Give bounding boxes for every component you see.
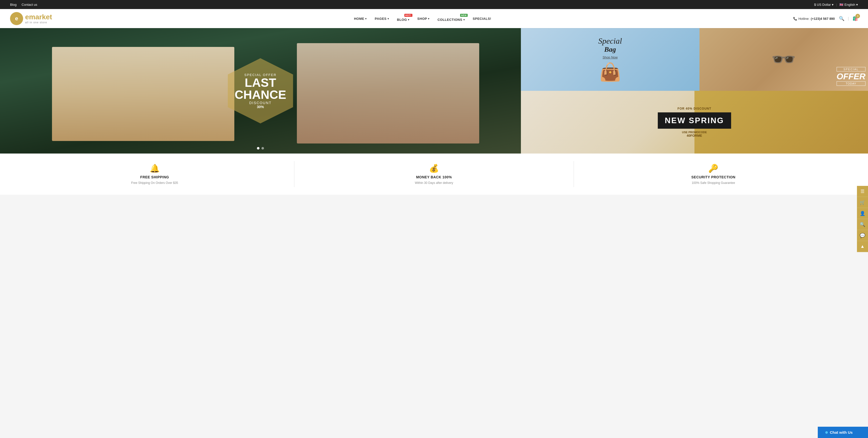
glasses-banner[interactable]: 🕶️ SPECIAL OFFER TODAY [700, 28, 868, 91]
bag-banner[interactable]: Special Bag Shop Now 👜 [521, 28, 700, 91]
spring-title: NEW SPRING [665, 116, 724, 125]
logo-text: emarket all in one store [25, 13, 52, 24]
banner-title-line2: CHANCE [235, 89, 286, 101]
feature-shipping: 🔔 FREE SHIPPING Free Shipping On Orders … [15, 161, 294, 187]
features-bar: 🔔 FREE SHIPPING Free Shipping On Orders … [0, 154, 868, 195]
main-banner: SPECIAL OFFER LAST CHANCE DISCOUNT 30% [0, 28, 521, 154]
sidebar-menu-btn[interactable]: ☰ [857, 186, 868, 195]
face-illustration: 🕶️ [771, 48, 796, 71]
new-badge: New [460, 14, 468, 17]
slider-dots [257, 147, 264, 149]
blog-link[interactable]: Blog [10, 3, 17, 6]
floating-sidebar: ☰ 🛒 👤 🔍 💬 ▲ [857, 186, 868, 195]
person-left [52, 47, 234, 141]
spring-promo-code: 40FORME [658, 134, 731, 137]
hotline: 📞 Hotline: (+123)4 567 890 [793, 17, 835, 21]
top-bar-links: Blog Contact us [10, 3, 37, 6]
bag-illustration: 👜 [598, 62, 622, 82]
language-label: English [844, 3, 855, 6]
bag-shop-now[interactable]: Shop Now [598, 56, 622, 59]
header-right: 📞 Hotline: (+123)4 567 890 🔍 | 🛍️ 0 [793, 16, 858, 21]
feature-moneyback-title: MONEY BACK 100% [416, 175, 452, 179]
currency-label: $ US Dollar [814, 3, 831, 6]
spring-promo-label: USE PROMOCODE [658, 131, 731, 134]
bag-title-bold: Bag [598, 45, 622, 54]
glasses-offer: OFFER [837, 71, 866, 81]
nav-collections[interactable]: New COLLECTIONS ▾ [434, 13, 469, 24]
banner-content: SPECIAL OFFER LAST CHANCE DISCOUNT 30% [235, 73, 286, 109]
moneyback-icon: 💰 [429, 164, 439, 173]
glasses-special: SPECIAL [837, 67, 866, 71]
spring-content: FOR 40% DISCOUNT NEW SPRING USE PROMOCOD… [658, 107, 731, 137]
brand-accent: e [25, 13, 29, 21]
separator: | [836, 3, 837, 6]
language-arrow: ▾ [856, 3, 858, 6]
feature-security: 🔑 SECURITY PROTECTION 100% Safe Shopping… [574, 161, 853, 187]
feature-security-desc: 100% Safe Shopping Guarantee [692, 181, 735, 184]
tagline: all in one store [25, 21, 52, 24]
right-banners-top: Special Bag Shop Now 👜 🕶️ SPECIAL OFFER … [521, 28, 868, 91]
nav-blog[interactable]: Hot! BLOG ▾ [393, 13, 413, 24]
contact-link[interactable]: Contact us [22, 3, 37, 6]
header: e emarket all in one store HOME ▾ PAGES … [0, 9, 868, 28]
top-bar-right: $ US Dollar ▾ | 🇬🇧 English ▾ [814, 3, 858, 6]
flag-icon: 🇬🇧 [839, 3, 843, 6]
chevron-down-icon: ▾ [365, 17, 367, 20]
language-selector[interactable]: 🇬🇧 English ▾ [839, 3, 858, 6]
dot-1[interactable] [257, 147, 259, 149]
logo[interactable]: e emarket all in one store [10, 12, 52, 25]
nav-shop[interactable]: SHOP ▾ [413, 14, 434, 23]
phone-icon: 📞 [793, 17, 797, 21]
hero-section: SPECIAL OFFER LAST CHANCE DISCOUNT 30% S… [0, 28, 868, 154]
hotline-label: Hotline: [799, 17, 809, 21]
spring-discount-label: FOR 40% DISCOUNT [658, 107, 731, 110]
header-icons: 🔍 | 🛍️ 0 [839, 16, 858, 21]
bag-banner-content: Special Bag Shop Now 👜 [598, 37, 622, 82]
right-banners: Special Bag Shop Now 👜 🕶️ SPECIAL OFFER … [521, 28, 868, 154]
logo-icon: e [10, 12, 23, 25]
dot-2[interactable] [261, 147, 264, 149]
person-right [297, 43, 479, 143]
feature-moneyback-desc: Within 30 Days after delivery [415, 181, 453, 184]
brand-name: emarket [25, 13, 52, 21]
hotline-number: (+123)4 567 890 [811, 17, 835, 21]
feature-shipping-desc: Free Shipping On Orders Over $35 [131, 181, 178, 184]
cart-icon[interactable]: 🛍️ 0 [852, 16, 858, 21]
currency-selector[interactable]: $ US Dollar ▾ [814, 3, 834, 6]
chevron-down-icon: ▾ [408, 18, 409, 21]
glasses-today: TODAY [837, 81, 866, 86]
main-nav: HOME ▾ PAGES ▾ Hot! BLOG ▾ SHOP ▾ New CO… [350, 13, 495, 24]
nav-specials[interactable]: SPECIALS! [469, 14, 495, 23]
nav-home[interactable]: HOME ▾ [350, 14, 371, 23]
banner-discount-label: DISCOUNT [235, 101, 286, 105]
banner-title-line1: LAST [235, 77, 286, 89]
glasses-text: SPECIAL OFFER TODAY [837, 67, 866, 86]
chevron-down-icon: ▾ [388, 17, 389, 20]
shipping-icon: 🔔 [150, 164, 160, 173]
chevron-down-icon: ▾ [428, 17, 430, 20]
feature-security-title: SECURITY PROTECTION [691, 175, 735, 179]
hot-badge: Hot! [404, 14, 412, 17]
cart-badge: 0 [856, 14, 860, 18]
spring-banner[interactable]: FOR 40% DISCOUNT NEW SPRING USE PROMOCOD… [521, 91, 868, 154]
banner-discount-value: 30% [235, 105, 286, 109]
spring-box: NEW SPRING [658, 112, 731, 129]
separator-line: | [848, 16, 849, 21]
currency-arrow: ▾ [832, 3, 834, 6]
bag-title-italic: Special [598, 37, 622, 45]
security-icon: 🔑 [708, 164, 718, 173]
nav-pages[interactable]: PAGES ▾ [371, 14, 393, 23]
top-bar: Blog Contact us $ US Dollar ▾ | 🇬🇧 Engli… [0, 0, 868, 9]
chevron-down-icon: ▾ [463, 18, 465, 21]
search-icon[interactable]: 🔍 [839, 16, 844, 21]
feature-shipping-title: FREE SHIPPING [140, 175, 169, 179]
feature-moneyback: 💰 MONEY BACK 100% Within 30 Days after d… [294, 161, 574, 187]
